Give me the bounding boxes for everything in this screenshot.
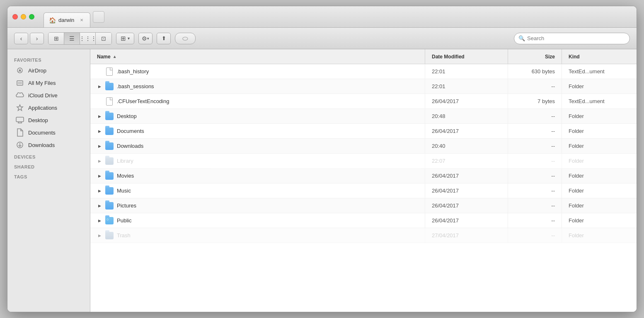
list-view-button[interactable]: ☰ xyxy=(64,33,80,44)
file-kind: Folder xyxy=(569,158,584,164)
tab-close-button[interactable]: ✕ xyxy=(78,17,85,24)
file-kind: Folder xyxy=(569,202,584,209)
file-size: -- xyxy=(551,83,555,89)
tags-section-label: Tags xyxy=(7,171,90,181)
file-icon-folder xyxy=(105,186,114,195)
file-icon-folder xyxy=(105,171,114,181)
name-column-header[interactable]: Name ▲ xyxy=(90,49,425,64)
file-date-cell: 22:07 xyxy=(425,154,508,168)
file-kind: Folder xyxy=(569,217,584,224)
file-date: 26/04/2017 xyxy=(432,202,459,209)
file-date-cell: 26/04/2017 xyxy=(425,94,508,108)
expand-arrow[interactable]: ▶ xyxy=(97,129,102,134)
file-date-cell: 27/04/2017 xyxy=(425,228,508,243)
expand-arrow[interactable]: ▶ xyxy=(97,233,102,238)
file-size: -- xyxy=(551,173,555,179)
file-icon-folder: ◇ xyxy=(105,216,114,225)
icon-view-button[interactable]: ⊞ xyxy=(48,33,64,44)
size-column-header[interactable]: Size xyxy=(508,49,562,64)
tag-button[interactable]: ⬭ xyxy=(175,33,196,44)
back-button[interactable]: ‹ xyxy=(14,33,28,44)
file-kind: Folder xyxy=(569,83,584,89)
table-row[interactable]: .CFUserTextEncoding 26/04/2017 7 bytes T… xyxy=(90,94,637,109)
file-name-cell: .CFUserTextEncoding xyxy=(90,94,425,108)
expand-arrow[interactable]: ▶ xyxy=(97,188,102,193)
sidebar-item-airdrop[interactable]: AirDrop xyxy=(9,64,88,77)
column-view-button[interactable]: ⋮⋮⋮ xyxy=(80,33,96,44)
file-size-cell: -- xyxy=(508,183,562,198)
sidebar-item-all-my-files[interactable]: All My Files xyxy=(9,77,88,89)
file-name: Music xyxy=(117,188,131,194)
file-name: Library xyxy=(117,158,133,164)
file-size: -- xyxy=(551,158,555,164)
close-button[interactable] xyxy=(12,14,18,19)
file-kind-cell: Folder xyxy=(562,198,637,213)
file-name: Public xyxy=(117,217,131,224)
gear-icon: ⚙ xyxy=(142,35,147,42)
icloud-icon xyxy=(16,91,24,99)
table-row[interactable]: ▶ .bash_sessions 22:01 -- Folder xyxy=(90,79,637,94)
table-row[interactable]: ▶ Desktop 20:48 -- Folder xyxy=(90,109,637,124)
file-kind-cell: TextEd...ument xyxy=(562,94,637,108)
action-button[interactable]: ⚙ ▾ xyxy=(138,33,153,44)
share-button[interactable]: ⬆ xyxy=(157,33,171,44)
file-size: 7 bytes xyxy=(537,98,555,104)
search-box[interactable]: 🔍 xyxy=(514,33,630,44)
file-icon-folder xyxy=(105,127,114,136)
file-name-cell: ▶ Library xyxy=(90,154,425,168)
date-column-header[interactable]: Date Modified xyxy=(425,49,508,64)
table-row[interactable]: ▶ Music 26/04/2017 -- Folder xyxy=(90,183,637,198)
sidebar-item-downloads[interactable]: Downloads xyxy=(9,139,88,151)
expand-arrow[interactable]: ▶ xyxy=(97,173,102,178)
kind-column-header[interactable]: Kind xyxy=(562,49,637,64)
table-row[interactable]: ▶ Downloads 20:40 -- Folder xyxy=(90,139,637,154)
tab-area: 🏠 darwin ✕ xyxy=(44,6,104,27)
expand-arrow[interactable]: ▶ xyxy=(97,159,102,164)
expand-arrow[interactable]: ▶ xyxy=(97,114,102,119)
file-size: -- xyxy=(551,113,555,119)
expand-arrow xyxy=(97,69,102,74)
expand-arrow[interactable]: ▶ xyxy=(97,218,102,223)
file-size: -- xyxy=(551,143,555,149)
sidebar-item-icloud-drive[interactable]: iCloud Drive xyxy=(9,89,88,101)
file-name: Movies xyxy=(117,173,134,179)
file-icon-doc xyxy=(105,97,114,106)
maximize-button[interactable] xyxy=(29,14,34,19)
table-row[interactable]: ▶ ◇ Public 26/04/2017 -- xyxy=(90,213,637,228)
minimize-button[interactable] xyxy=(21,14,26,19)
gallery-view-button[interactable]: ⊡ xyxy=(96,33,111,44)
favorites-section-label: Favorites xyxy=(7,54,90,64)
tab-darwin[interactable]: 🏠 darwin ✕ xyxy=(44,12,90,27)
file-name-cell: .bash_history xyxy=(90,64,425,79)
table-row[interactable]: ▶ Movies 26/04/2017 -- Folder xyxy=(90,169,637,183)
expand-arrow[interactable]: ▶ xyxy=(97,84,102,89)
desktop-label: Desktop xyxy=(28,117,48,123)
table-row[interactable]: ▶ Pictures 26/04/2017 -- Folder xyxy=(90,198,637,213)
table-row[interactable]: ▶ Trash 27/04/2017 -- Folder xyxy=(90,228,637,243)
file-date-cell: 20:40 xyxy=(425,139,508,153)
search-input[interactable] xyxy=(527,35,625,41)
forward-button[interactable]: › xyxy=(30,33,44,44)
file-name: Pictures xyxy=(117,202,136,209)
date-column-label: Date Modified xyxy=(432,54,465,60)
new-tab-button[interactable] xyxy=(93,11,104,23)
file-size: -- xyxy=(551,128,555,134)
table-row[interactable]: ▶ Documents 26/04/2017 -- Folder xyxy=(90,124,637,139)
expand-arrow[interactable]: ▶ xyxy=(97,203,102,208)
file-date: 27/04/2017 xyxy=(432,232,459,238)
desktop-icon xyxy=(16,116,24,124)
expand-arrow[interactable]: ▶ xyxy=(97,144,102,149)
documents-icon xyxy=(16,128,24,137)
sidebar-item-applications[interactable]: Applications xyxy=(9,101,88,114)
file-size: 630 bytes xyxy=(532,68,555,75)
sidebar-item-documents[interactable]: Documents xyxy=(9,126,88,139)
table-row[interactable]: ▶ Library 22:07 -- Folder xyxy=(90,154,637,169)
file-kind: Folder xyxy=(569,188,584,194)
file-date: 26/04/2017 xyxy=(432,173,459,179)
file-icon-folder xyxy=(105,112,114,121)
sidebar-item-desktop[interactable]: Desktop xyxy=(9,114,88,126)
list-view-icon: ☰ xyxy=(69,35,75,42)
arrange-button[interactable]: ⊞ ▾ xyxy=(116,33,134,44)
file-kind-cell: Folder xyxy=(562,79,637,94)
table-row[interactable]: .bash_history 22:01 630 bytes TextEd...u… xyxy=(90,64,637,79)
